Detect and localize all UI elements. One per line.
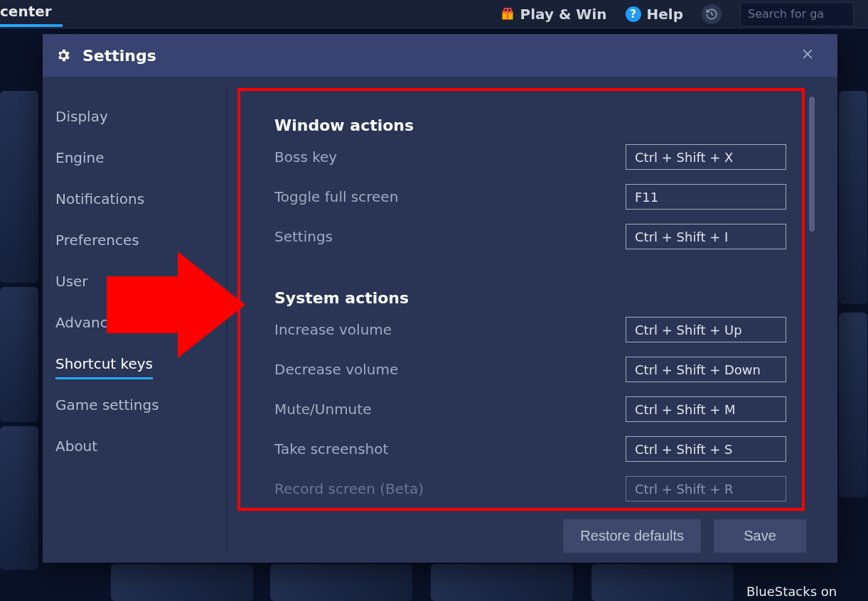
settings-sidebar: Display Engine Notifications Preferences… xyxy=(43,77,226,563)
sidebar-item-about[interactable]: About xyxy=(55,428,97,465)
shortcut-field-decrease-volume[interactable]: Ctrl + Shift + Down xyxy=(626,357,786,382)
shortcut-field-increase-volume[interactable]: Ctrl + Shift + Up xyxy=(626,317,786,342)
row-toggle-fullscreen: Toggle full screen F11 xyxy=(274,184,786,210)
row-label: Increase volume xyxy=(274,321,392,338)
sidebar-item-advanced[interactable]: Advanced xyxy=(55,304,126,341)
row-label: Record screen (Beta) xyxy=(274,480,424,497)
topbar-center-underline xyxy=(0,24,63,27)
sidebar-item-label: Notifications xyxy=(55,190,144,207)
section-window-actions-title: Window actions xyxy=(274,117,786,134)
sidebar-item-user[interactable]: User xyxy=(55,263,88,300)
restore-defaults-button[interactable]: Restore defaults xyxy=(563,519,701,553)
shortcut-value: Ctrl + Shift + Down xyxy=(635,362,761,377)
history-icon[interactable] xyxy=(702,4,722,24)
shortcut-field-take-screenshot[interactable]: Ctrl + Shift + S xyxy=(626,436,786,462)
modal-titlebar: Settings xyxy=(43,34,837,77)
shortcut-value: Ctrl + Shift + X xyxy=(635,150,733,165)
sidebar-item-game-settings[interactable]: Game settings xyxy=(55,386,159,423)
shortcut-value: Ctrl + Shift + S xyxy=(635,442,732,457)
save-button[interactable]: Save xyxy=(714,519,806,553)
shortcut-value: Ctrl + Shift + Up xyxy=(635,323,742,337)
shortcut-field-record-screen[interactable]: Ctrl + Shift + R xyxy=(626,476,786,502)
sidebar-item-label: Shortcut keys xyxy=(55,355,153,372)
row-decrease-volume: Decrease volume Ctrl + Shift + Down xyxy=(274,357,786,382)
sidebar-item-label: Preferences xyxy=(55,232,139,249)
sidebar-item-label: User xyxy=(55,273,88,290)
highlight-box: Window actions Boss key Ctrl + Shift + X… xyxy=(237,88,805,511)
settings-modal: Settings Display Engine Notifications Pr… xyxy=(43,34,837,563)
gift-icon xyxy=(500,7,515,21)
close-button[interactable] xyxy=(796,43,819,69)
help-link[interactable]: ? Help xyxy=(626,6,683,23)
scrollbar-thumb[interactable] xyxy=(809,97,815,232)
svg-rect-2 xyxy=(507,11,508,19)
row-boss-key: Boss key Ctrl + Shift + X xyxy=(274,144,786,170)
modal-title: Settings xyxy=(82,47,156,65)
play-and-win-link[interactable]: Play & Win xyxy=(500,6,607,23)
bg-bluestacks-label: BlueStacks on xyxy=(746,584,837,599)
search-input[interactable]: Search for ga xyxy=(740,2,854,26)
sidebar-item-shortcut-keys[interactable]: Shortcut keys xyxy=(55,345,153,382)
sidebar-item-label: About xyxy=(55,438,97,455)
shortcut-field-mute-unmute[interactable]: Ctrl + Shift + M xyxy=(626,396,786,422)
row-mute-unmute: Mute/Unmute Ctrl + Shift + M xyxy=(274,396,786,422)
close-icon xyxy=(800,47,815,61)
sidebar-item-label: Game settings xyxy=(55,396,159,413)
row-label: Settings xyxy=(274,228,333,245)
row-label: Decrease volume xyxy=(274,361,398,378)
shortcut-value: Ctrl + Shift + M xyxy=(635,402,736,417)
svg-point-4 xyxy=(508,8,511,11)
sidebar-item-label: Display xyxy=(55,108,108,125)
topbar-center-label: center xyxy=(0,3,52,20)
settings-main: Window actions Boss key Ctrl + Shift + X… xyxy=(227,77,837,563)
row-take-screenshot: Take screenshot Ctrl + Shift + S xyxy=(274,436,786,462)
section-system-actions-title: System actions xyxy=(274,289,786,307)
row-increase-volume: Increase volume Ctrl + Shift + Up xyxy=(274,317,786,342)
row-label: Boss key xyxy=(274,148,337,166)
sidebar-item-preferences[interactable]: Preferences xyxy=(55,222,139,259)
shortcut-field-toggle-fullscreen[interactable]: F11 xyxy=(626,184,786,210)
sidebar-item-label: Engine xyxy=(55,149,105,166)
row-record-screen: Record screen (Beta) Ctrl + Shift + R xyxy=(274,476,786,502)
sidebar-item-label: Advanced xyxy=(55,314,126,331)
help-label: Help xyxy=(647,6,683,23)
row-label: Mute/Unmute xyxy=(274,401,371,418)
row-settings: Settings Ctrl + Shift + I xyxy=(274,224,786,249)
shortcut-field-settings[interactable]: Ctrl + Shift + I xyxy=(626,224,786,249)
shortcut-value: Ctrl + Shift + I xyxy=(635,229,728,244)
sidebar-item-notifications[interactable]: Notifications xyxy=(55,180,144,217)
shortcut-value: F11 xyxy=(635,190,658,205)
shortcut-field-boss-key[interactable]: Ctrl + Shift + X xyxy=(626,144,786,170)
shortcut-value: Ctrl + Shift + R xyxy=(635,482,734,497)
app-topbar: center Play & Win ? Help Search for ga xyxy=(0,0,868,28)
gear-icon xyxy=(55,48,71,63)
sidebar-item-engine[interactable]: Engine xyxy=(55,139,105,176)
help-icon: ? xyxy=(626,6,641,22)
row-label: Take screenshot xyxy=(274,440,388,457)
sidebar-item-display[interactable]: Display xyxy=(55,98,108,135)
row-label: Toggle full screen xyxy=(274,188,398,205)
search-placeholder: Search for ga xyxy=(748,7,824,21)
play-and-win-label: Play & Win xyxy=(520,6,607,23)
